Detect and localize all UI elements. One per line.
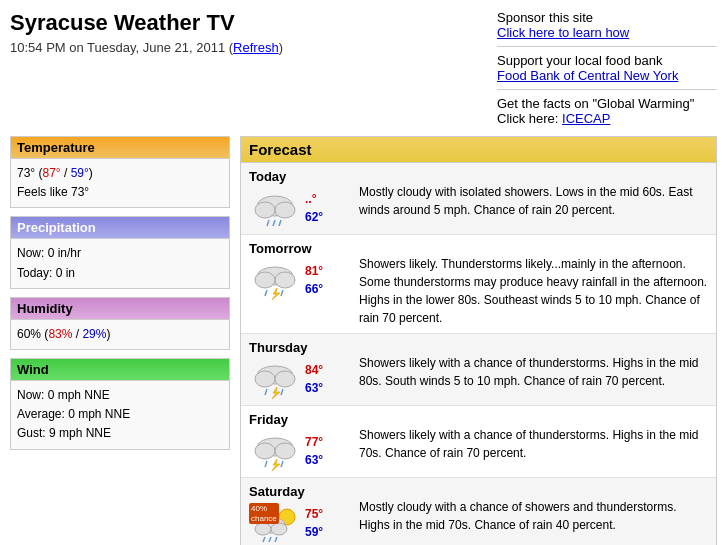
svg-line-29 bbox=[269, 537, 271, 542]
forecast-day-label: Saturday bbox=[249, 484, 359, 499]
weather-icon-thunderstorm-thu bbox=[249, 359, 301, 399]
globalwarming-line2: Click here: ICECAP bbox=[497, 111, 717, 126]
globalwarming-label: Get the facts on "Global Warming" bbox=[497, 96, 717, 111]
forecast-header: Forecast bbox=[241, 137, 716, 163]
svg-line-15 bbox=[265, 389, 267, 395]
refresh-link[interactable]: Refresh bbox=[233, 40, 279, 55]
forecast-row-tomorrow: Tomorrow 81° 66° bbox=[241, 235, 716, 334]
svg-line-3 bbox=[267, 220, 269, 226]
forecast-desc-tomorrow: Showers likely. Thunderstorms likely...m… bbox=[359, 241, 708, 327]
svg-marker-17 bbox=[272, 387, 280, 399]
wind-header: Wind bbox=[11, 359, 229, 381]
svg-point-14 bbox=[275, 371, 295, 387]
svg-line-16 bbox=[281, 389, 283, 395]
temperature-header: Temperature bbox=[11, 137, 229, 159]
forecast-day-label: Tomorrow bbox=[249, 241, 359, 256]
svg-line-4 bbox=[273, 220, 275, 226]
forecast-row-thursday: Thursday 84° 63° bbox=[241, 334, 716, 406]
svg-line-9 bbox=[265, 290, 267, 296]
svg-line-30 bbox=[275, 537, 277, 542]
forecast-row-today: Today ..° 62° bbox=[241, 163, 716, 235]
sponsor-block: Sponsor this site Click here to learn ho… bbox=[497, 10, 717, 126]
svg-point-13 bbox=[255, 371, 275, 387]
forecast-section: Forecast Today bbox=[240, 136, 717, 545]
temperature-body: 73° (87° / 59°) Feels like 73° bbox=[11, 159, 229, 207]
temperature-values: 73° (87° / 59°) bbox=[17, 164, 223, 183]
svg-line-22 bbox=[281, 461, 283, 467]
wind-body: Now: 0 mph NNE Average: 0 mph NNE Gust: … bbox=[11, 381, 229, 449]
forecast-desc-saturday: Mostly cloudy with a chance of showers a… bbox=[359, 484, 708, 534]
weather-icon-thunderstorm-fri bbox=[249, 431, 301, 471]
svg-line-10 bbox=[281, 290, 283, 296]
weather-icon-cloudy-showers bbox=[249, 188, 301, 228]
foodbank-link[interactable]: Food Bank of Central New York bbox=[497, 68, 678, 83]
svg-line-21 bbox=[265, 461, 267, 467]
precipitation-body: Now: 0 in/hr Today: 0 in bbox=[11, 239, 229, 287]
forecast-desc-thursday: Showers likely with a chance of thunders… bbox=[359, 340, 708, 390]
datetime: 10:54 PM on Tuesday, June 21, 2011 (Refr… bbox=[10, 40, 283, 55]
site-title: Syracuse Weather TV bbox=[10, 10, 283, 36]
wind-box: Wind Now: 0 mph NNE Average: 0 mph NNE G… bbox=[10, 358, 230, 450]
sponsor-line1: Sponsor this site bbox=[497, 10, 717, 25]
svg-point-8 bbox=[275, 272, 295, 288]
svg-marker-23 bbox=[272, 459, 280, 471]
svg-line-28 bbox=[263, 537, 265, 542]
svg-point-20 bbox=[275, 443, 295, 459]
forecast-day-label: Thursday bbox=[249, 340, 359, 355]
svg-point-27 bbox=[271, 523, 287, 535]
precipitation-header: Precipitation bbox=[11, 217, 229, 239]
temperature-box: Temperature 73° (87° / 59°) Feels like 7… bbox=[10, 136, 230, 208]
svg-point-26 bbox=[255, 523, 271, 535]
forecast-row-saturday: Saturday 40%chance bbox=[241, 478, 716, 545]
svg-point-1 bbox=[255, 202, 275, 218]
humidity-header: Humidity bbox=[11, 298, 229, 320]
forecast-desc-friday: Showers likely with a chance of thunders… bbox=[359, 412, 708, 462]
svg-point-19 bbox=[255, 443, 275, 459]
forecast-day-label: Friday bbox=[249, 412, 359, 427]
humidity-body: 60% (83% / 29%) bbox=[11, 320, 229, 349]
weather-icon-thunderstorm bbox=[249, 260, 301, 300]
forecast-day-label: Today bbox=[249, 169, 359, 184]
humidity-box: Humidity 60% (83% / 29%) bbox=[10, 297, 230, 350]
sponsor-link[interactable]: Click here to learn how bbox=[497, 25, 629, 40]
svg-line-5 bbox=[279, 220, 281, 226]
svg-point-2 bbox=[275, 202, 295, 218]
chance-badge: 40%chance bbox=[249, 503, 279, 524]
foodbank-label: Support your local food bank bbox=[497, 53, 717, 68]
forecast-row-friday: Friday 77° 63° bbox=[241, 406, 716, 478]
precipitation-box: Precipitation Now: 0 in/hr Today: 0 in bbox=[10, 216, 230, 288]
forecast-desc-today: Mostly cloudy with isolated showers. Low… bbox=[359, 169, 708, 219]
svg-marker-11 bbox=[272, 288, 280, 300]
svg-point-7 bbox=[255, 272, 275, 288]
feels-like: Feels like 73° bbox=[17, 183, 223, 202]
icecap-link[interactable]: ICECAP bbox=[562, 111, 610, 126]
